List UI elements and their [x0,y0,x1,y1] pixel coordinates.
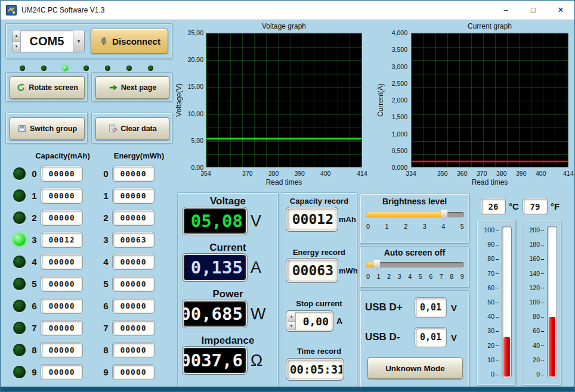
voltage-value: 05,08 [191,211,243,231]
celsius-thermometer: 1009080706050403020100 [477,220,516,385]
energy-row-index: 2 [101,213,111,223]
status-led [105,66,110,71]
port-up-button[interactable]: ▲ [13,30,20,42]
x-axis-tick: 380 [496,170,507,177]
group-row: 2 00000 2 00000 [5,207,172,229]
fahrenheit-unit: °F [551,198,559,214]
group-led[interactable] [13,300,26,312]
brightness-handle[interactable] [441,210,448,220]
rotate-screen-label: Rotate screen [29,83,78,92]
energy-record-display: 00063 [286,259,338,282]
next-page-button[interactable]: Next page [95,76,169,99]
group-led[interactable] [13,278,26,290]
titlebar: UM24C PC Software V1.3 – □ ✕ [1,1,574,20]
capacity-row-index: 1 [29,191,39,201]
voltage-graph-xticks: 354370380390400414 [206,170,362,178]
bottom-strip [1,387,574,391]
switch-group-button[interactable]: Switch group [10,117,85,140]
time-record-value: 00:05:31 [290,363,344,376]
group-led[interactable] [13,256,26,268]
auto-screen-off-tick-label: 7 [440,273,443,280]
disk-icon [17,124,27,133]
rotate-screen-button[interactable]: Rotate screen [10,76,85,99]
capacity-value: 00000 [41,343,82,357]
group-led[interactable] [13,322,26,334]
celsius-scale-tick: 70 [487,270,499,277]
celsius-scale-tick: 30 [487,327,499,334]
brightness-tick-label: 0 [366,223,370,230]
group-led[interactable] [13,344,26,356]
x-axis-tick: 400 [536,170,546,177]
status-led [84,66,89,71]
dropdown-arrow-icon[interactable]: ▼ [73,30,84,52]
group-led[interactable] [13,189,26,202]
current-graph-ylabel: Current(A) [376,33,385,167]
fahrenheit-scale-tick: 0 [536,371,544,378]
energy-value: 00000 [113,210,154,225]
group-led[interactable] [13,366,26,378]
energy-row-index: 9 [101,367,111,377]
usb-dplus-display: 0,01 [415,298,446,317]
stop-current-down-button[interactable]: ▼ [288,322,295,331]
minimize-button[interactable]: – [492,1,520,19]
current-label: Current [178,242,278,254]
com-port-select[interactable]: ▲ ▼ COM5 ▼ [12,30,85,52]
brightness-slider[interactable] [366,210,464,220]
celsius-scale-tick: 100 [484,226,499,234]
disconnect-label: Disconnect [112,36,160,46]
voltage-graph: Voltage graph Voltage(V) 25,0020,0015,00… [175,21,375,191]
celsius-unit: °C [509,198,519,214]
x-axis-tick: 334 [406,170,416,177]
fahrenheit-mercury [549,317,555,377]
clear-data-label: Clear data [120,125,156,133]
current-graph-xticks: 334350360370380390400414 [411,170,568,178]
stop-current-up-button[interactable]: ▲ [288,312,295,322]
usb-dminus-display: 0,01 [415,328,446,347]
energy-value: 00000 [113,276,154,291]
auto-screen-off-slider[interactable] [366,260,464,270]
next-arrow-icon [109,83,118,92]
y-axis-tick: 10,00 [188,110,203,117]
group-led[interactable] [13,234,26,246]
auto-screen-off-ticks: 0123456789 [366,273,464,280]
voltage-graph-ylabel: Voltage(V) [175,33,183,167]
auto-screen-off-track[interactable] [366,262,464,267]
voltage-graph-title: Voltage graph [206,22,362,30]
current-graph-title: Current graph [411,22,568,30]
capacity-value: 00000 [41,276,82,291]
brightness-tick-label: 5 [460,223,464,230]
maximize-button[interactable]: □ [520,1,547,19]
clear-data-button[interactable]: Clear data [95,117,169,140]
app-icon [6,5,17,15]
celsius-scale: 1009080706050403020100 [478,226,499,378]
brightness-tick-label: 3 [423,223,426,230]
celsius-scale-tick: 20 [487,342,499,349]
disconnect-button[interactable]: Disconnect [91,29,168,54]
group-rows: 0 00000 0 00000 1 00000 1 00000 2 0000 [5,163,172,383]
port-down-button[interactable]: ▼ [13,42,20,52]
group-led[interactable] [13,167,26,180]
stop-current-input[interactable]: ▲ ▼ 0,00 [286,311,333,331]
x-axis-tick: 360 [457,170,468,177]
capacity-row-index: 8 [29,345,39,355]
stop-current-unit: A [336,311,342,331]
mode-button[interactable]: Unknown Mode [367,357,463,379]
power-unit: W [251,300,278,328]
y-axis-tick: 5,00 [191,137,203,144]
close-button[interactable]: ✕ [547,1,574,19]
celsius-value: 26 [489,202,499,211]
auto-screen-off-tick-label: 6 [429,273,432,280]
celsius-mercury [503,337,510,377]
voltage-graph-xlabel: Read times [206,178,362,186]
time-record-display: 00:05:31 [286,359,344,380]
brightness-track[interactable] [366,212,464,217]
auto-screen-off-handle[interactable] [374,260,381,270]
switch-group-label: Switch group [30,125,77,133]
energy-record-value: 00063 [292,263,333,278]
fahrenheit-scale-tick: 20 [533,356,544,363]
group-led[interactable] [13,211,26,224]
auto-screen-off-tick-label: 3 [398,273,401,280]
y-axis-tick: 3,000 [392,63,407,70]
fahrenheit-scale-tick: 120 [529,284,544,291]
com-port-value: COM5 [21,30,73,52]
